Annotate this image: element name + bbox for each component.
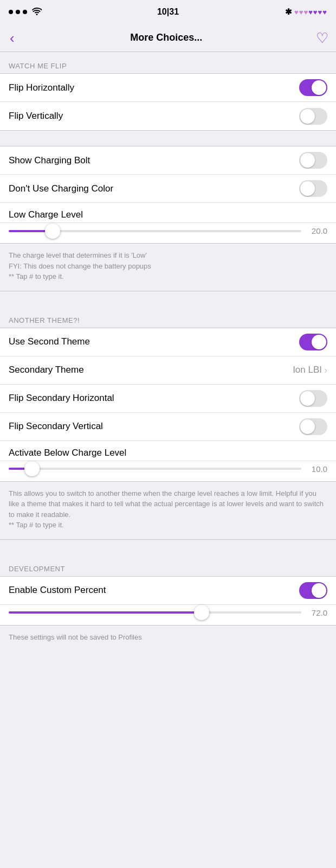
section-header-development: DEVELOPMENT [0,555,336,576]
low-charge-slider-value: 20.0 [307,226,327,235]
table-group-watch-me-flip: Flip Horizontally Flip Vertically [0,73,336,131]
section-header-watch-me-flip: WATCH ME FLIP [0,52,336,73]
bottom-note-text: These settings will not be saved to Prof… [9,633,142,641]
status-left [9,8,42,17]
custom-percent-slider-fill [9,611,202,614]
chevron-right-icon: › [324,365,327,376]
low-charge-description-text: The charge level that determines if it i… [9,251,151,280]
flip-secondary-vertical-label: Flip Secondary Vertical [9,421,103,432]
wifi-icon [32,8,42,17]
activate-below-label-row: Activate Below Charge Level [0,441,336,461]
activate-below-description: This allows you to switch to another the… [0,482,336,540]
activate-below-slider-value: 10.0 [307,464,327,474]
low-charge-level-label: Low Charge Level [9,209,83,220]
flip-vertically-label: Flip Vertically [9,111,63,122]
toggle-thumb [300,153,315,168]
flip-vertically-toggle[interactable] [299,108,327,125]
row-show-charging-bolt: Show Charging Bolt [0,146,336,175]
activate-below-slider-container: 10.0 [0,461,336,481]
activate-below-slider-track [9,468,301,470]
bluetooth-icon: ✱ [285,7,292,17]
row-dont-use-charging-color: Don't Use Charging Color [0,175,336,203]
dont-use-charging-color-label: Don't Use Charging Color [9,183,113,194]
status-time: 10|31 [157,7,179,17]
flip-secondary-vertical-toggle[interactable] [299,418,327,435]
spacer-1 [0,131,336,146]
toggle-thumb [300,391,315,406]
back-button[interactable]: ‹ [8,31,17,45]
activate-below-slider-wrapper: 10.0 [9,464,327,474]
flip-secondary-horizontal-label: Flip Secondary Horizontal [9,393,114,404]
toggle-thumb [312,583,326,598]
use-second-theme-toggle[interactable] [299,334,327,350]
custom-percent-slider-container: 72.0 [0,605,336,625]
status-right: ✱ ♥♥♥♥♥♥♥ [285,7,327,17]
toggle-thumb [300,419,315,434]
low-charge-level-label-row: Low Charge Level [0,203,336,223]
activate-below-slider-thumb[interactable] [24,461,40,476]
table-group-development: Enable Custom Percent 72.0 [0,576,336,626]
custom-percent-slider-thumb[interactable] [194,605,209,620]
toggle-thumb [312,335,326,349]
show-charging-bolt-toggle[interactable] [299,152,327,169]
secondary-theme-label: Secondary Theme [9,365,84,375]
battery-hearts: ♥♥♥♥♥♥♥ [294,8,327,16]
row-flip-horizontally: Flip Horizontally [0,74,336,102]
secondary-theme-nav-right: Ion LBI › [293,365,327,376]
dot3 [23,10,27,14]
enable-custom-percent-toggle[interactable] [299,582,327,599]
activate-below-label: Activate Below Charge Level [9,448,126,458]
bottom-note: These settings will not be saved to Prof… [0,626,336,649]
row-enable-custom-percent: Enable Custom Percent [0,577,336,605]
spacer-3 [0,540,336,555]
use-second-theme-label: Use Second Theme [9,336,90,347]
row-flip-vertically: Flip Vertically [0,102,336,130]
flip-secondary-horizontal-toggle[interactable] [299,390,327,407]
toggle-thumb [300,109,315,124]
custom-percent-slider-wrapper: 72.0 [9,608,327,617]
favorite-button[interactable]: ♡ [316,31,328,45]
secondary-theme-value: Ion LBI [293,365,322,375]
dot2 [16,10,20,14]
row-secondary-theme[interactable]: Secondary Theme Ion LBI › [0,356,336,385]
low-charge-slider-wrapper: 20.0 [9,226,327,235]
spacer-2 [0,291,336,307]
section-header-another-theme: ANOTHER THEME?! [0,307,336,328]
dot1 [9,10,13,14]
low-charge-description: The charge level that determines if it i… [0,244,336,291]
nav-bar: ‹ More Choices... ♡ [0,24,336,52]
table-group-charging: Show Charging Bolt Don't Use Charging Co… [0,146,336,244]
show-charging-bolt-label: Show Charging Bolt [9,155,90,166]
row-flip-secondary-horizontal: Flip Secondary Horizontal [0,385,336,413]
row-use-second-theme: Use Second Theme [0,328,336,356]
custom-percent-slider-value: 72.0 [307,608,327,617]
low-charge-slider-thumb[interactable] [45,224,60,239]
low-charge-slider-track [9,230,301,232]
table-group-another-theme: Use Second Theme Secondary Theme Ion LBI… [0,328,336,482]
flip-horizontally-label: Flip Horizontally [9,82,74,93]
status-bar: 10|31 ✱ ♥♥♥♥♥♥♥ [0,0,336,24]
page-title: More Choices... [130,32,202,43]
low-charge-slider-container: 20.0 [0,223,336,243]
dont-use-charging-color-toggle[interactable] [299,180,327,197]
activate-below-description-text: This allows you to switch to another the… [9,489,324,529]
enable-custom-percent-label: Enable Custom Percent [9,585,106,596]
toggle-thumb [300,181,315,196]
custom-percent-slider-track [9,611,301,614]
flip-horizontally-toggle[interactable] [299,79,327,96]
row-flip-secondary-vertical: Flip Secondary Vertical [0,413,336,441]
toggle-thumb [312,80,326,95]
